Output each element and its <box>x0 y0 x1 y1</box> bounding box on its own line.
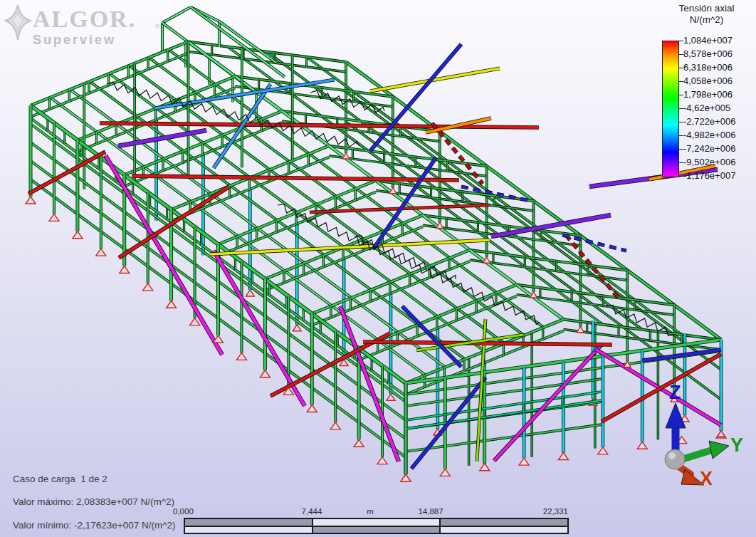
scale-tick-2: 14,887 <box>411 507 451 516</box>
legend-value: 1,798e+006 <box>683 89 755 100</box>
registered-mark: ® <box>155 23 160 30</box>
structure-svg <box>0 0 756 537</box>
scale-tick-3: 22,331 <box>535 507 568 516</box>
legend-tick-mark <box>678 95 683 95</box>
legend-title-line2: N/(m^2) <box>658 14 755 26</box>
legend-title-line1: Tensión axial <box>658 3 755 14</box>
scale-unit: m <box>359 507 381 516</box>
legend-tick-mark <box>678 149 683 150</box>
logo-title: ALGOR. <box>33 6 136 33</box>
algor-logo: ALGOR. ® Superview <box>4 1 189 51</box>
legend-tick-mark <box>678 176 683 177</box>
legend-tick-mark <box>678 108 683 109</box>
legend-value: 1,084e+007 <box>683 35 755 46</box>
max-value-label: Valor máximo: 2,08383e+007 N/(m^2) <box>13 496 174 507</box>
legend-title: Tensión axial N/(m^2) <box>658 3 755 26</box>
legend-tick-mark <box>678 68 683 68</box>
legend-value: -9,502e+006 <box>683 157 755 167</box>
legend-tick-mark <box>678 41 683 41</box>
legend-tick-mark <box>678 122 683 122</box>
x-axis-label: X <box>700 468 713 490</box>
algor-superview-window: { "app": { "logo_title": "ALGOR", "logo_… <box>0 0 756 537</box>
legend-value: 8,578e+006 <box>683 48 755 59</box>
scale-tick-1: 7,444 <box>294 507 330 516</box>
legend-value: -4,62e+005 <box>683 103 755 113</box>
model-viewport[interactable] <box>0 0 756 537</box>
legend-value: -2,722e+006 <box>683 116 755 127</box>
y-axis-label: Y <box>730 434 743 457</box>
legend-value: -1,176e+007 <box>683 170 755 181</box>
legend-tick-mark <box>678 135 683 136</box>
scale-bar <box>184 518 569 534</box>
load-case-label: Caso de carga 1 de 2 <box>13 474 107 484</box>
legend-tick-mark <box>678 81 683 82</box>
legend-value: -4,982e+006 <box>683 130 755 140</box>
legend-tick-mark <box>678 162 683 163</box>
logo-subtitle: Superview <box>33 33 116 48</box>
z-axis-label: Z <box>669 382 681 404</box>
legend-tick-mark <box>678 54 683 55</box>
legend-value: 4,058e+006 <box>683 75 755 86</box>
legend-color-bar <box>662 41 679 177</box>
scale-tick-0: 0,000 <box>173 507 194 516</box>
legend-value: -7,242e+006 <box>683 143 755 154</box>
algor-diamond-icon <box>4 3 33 44</box>
min-value-label: Valor mínimo: -2,17623e+007 N/(m^2) <box>13 520 176 531</box>
legend-value: 6,318e+006 <box>683 62 755 73</box>
